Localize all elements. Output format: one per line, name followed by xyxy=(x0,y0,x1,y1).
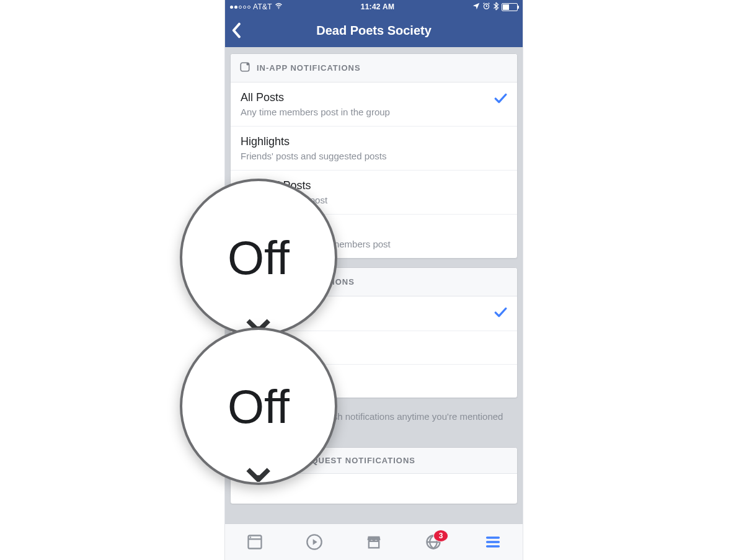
option-title: All Posts xyxy=(241,91,487,104)
clock-label: 11:42 AM xyxy=(361,2,395,11)
status-bar: AT&T 11:42 AM xyxy=(225,0,523,14)
checkmark-icon xyxy=(494,305,507,322)
magnifier-peek-icon: ⌄ xyxy=(235,430,283,485)
svg-rect-12 xyxy=(369,541,379,548)
navigation-bar: Dead Poets Society xyxy=(225,14,523,47)
inapp-section-header: IN-APP NOTIFICATIONS xyxy=(231,54,517,82)
option-subtitle: Any time members post in the group xyxy=(241,107,487,117)
magnifier-text: Off xyxy=(228,380,290,433)
battery-icon xyxy=(502,3,518,11)
alarm-icon xyxy=(482,2,490,12)
carrier-label: AT&T xyxy=(253,2,272,11)
tab-notifications[interactable]: 3 xyxy=(425,533,442,551)
inapp-section-title: IN-APP NOTIFICATIONS xyxy=(257,63,361,73)
checkmark-icon xyxy=(494,91,507,108)
bluetooth-icon xyxy=(493,2,499,12)
notification-badge: 3 xyxy=(433,530,448,542)
tab-video[interactable] xyxy=(306,533,323,551)
tab-feed[interactable] xyxy=(246,533,264,551)
magnifier-text: Off xyxy=(228,231,290,285)
notification-inapp-icon xyxy=(239,61,250,74)
canvas: AT&T 11:42 AM xyxy=(0,0,744,560)
magnifier-bubble-push-off: Off ⌄ xyxy=(180,327,337,485)
option-all-posts[interactable]: All Posts Any time members post in the g… xyxy=(231,82,517,127)
location-icon xyxy=(472,2,480,12)
tab-menu[interactable] xyxy=(484,533,502,551)
magnifier-bubble-inapp-off: Off ⌄ xyxy=(180,179,337,336)
svg-point-3 xyxy=(246,63,249,65)
tab-bar: 3 xyxy=(225,523,523,560)
svg-point-0 xyxy=(278,8,280,9)
option-highlights[interactable]: Highlights Friends' posts and suggested … xyxy=(231,127,517,171)
option-subtitle: Friends' posts and suggested posts xyxy=(241,151,507,161)
wifi-icon xyxy=(275,2,283,12)
option-title: Highlights xyxy=(241,135,507,148)
signal-dots-icon xyxy=(230,6,250,9)
back-button[interactable] xyxy=(231,14,242,47)
page-title: Dead Poets Society xyxy=(316,24,432,38)
tab-marketplace[interactable] xyxy=(365,533,383,551)
